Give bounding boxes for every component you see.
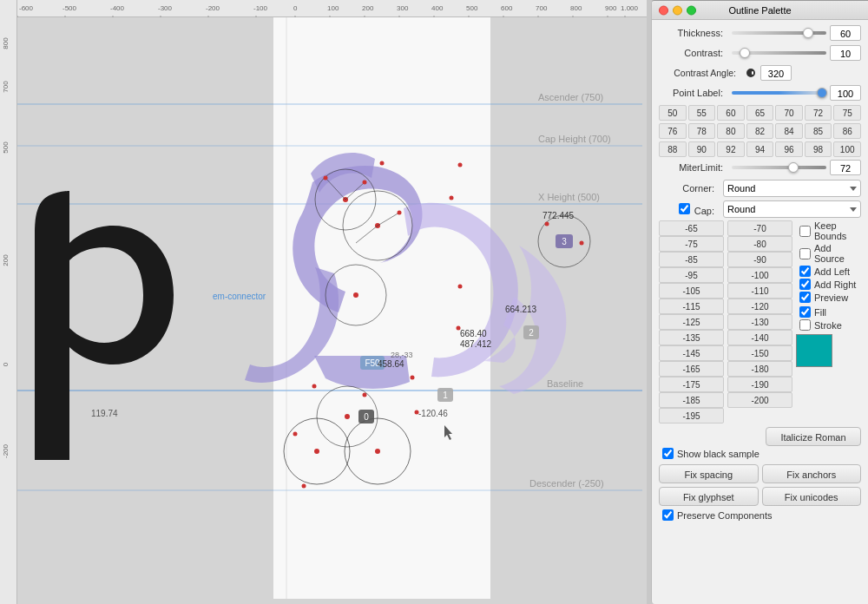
stroke-label: Stroke (814, 320, 842, 331)
svg-text:772.445: 772.445 (542, 211, 575, 220)
num-78[interactable]: 78 (688, 123, 716, 139)
num-86[interactable]: 86 (833, 123, 861, 139)
fix-unicodes-button[interactable]: Fix unicodes (762, 487, 862, 506)
contrast-angle-value[interactable]: 320 (760, 65, 792, 81)
num-88[interactable]: 88 (659, 141, 687, 157)
num-neg100[interactable]: -100 (727, 267, 792, 283)
num-neg195[interactable]: -195 (659, 408, 724, 423)
num-neg75[interactable]: -75 (659, 236, 724, 252)
cap-select[interactable]: Round Square Butt (723, 200, 861, 218)
svg-text:X Height (500): X Height (500) (538, 192, 600, 202)
cap-checkbox[interactable] (679, 203, 690, 214)
num-neg95[interactable]: -95 (659, 267, 724, 283)
minimize-button[interactable] (673, 5, 682, 15)
contrast-angle-label: Contrast Angle: (659, 68, 741, 78)
num-neg125[interactable]: -125 (659, 314, 724, 330)
num-neg110[interactable]: -110 (727, 283, 792, 299)
num-82[interactable]: 82 (746, 123, 774, 139)
num-neg150[interactable]: -150 (727, 345, 792, 361)
ruler-left: 800 700 500 200 0 -200 (0, 0, 17, 604)
num-neg185[interactable]: -185 (659, 392, 724, 408)
italicize-button[interactable]: Italicize Roman (766, 427, 861, 446)
add-right-checkbox[interactable] (799, 279, 811, 290)
num-neg190[interactable]: -190 (727, 377, 792, 392)
num-72[interactable]: 72 (805, 105, 832, 121)
add-source-checkbox[interactable] (799, 248, 811, 259)
num-neg140[interactable]: -140 (727, 330, 792, 345)
miter-limit-label: MiterLimit: (659, 162, 728, 173)
thickness-thumb[interactable] (803, 28, 813, 38)
num-55[interactable]: 55 (688, 105, 716, 121)
svg-text:100: 100 (327, 4, 339, 12)
fill-checkbox[interactable] (799, 306, 811, 318)
svg-text:1.000: 1.000 (621, 4, 639, 12)
num-neg180[interactable]: -180 (727, 361, 792, 377)
num-neg85[interactable]: -85 (659, 252, 724, 267)
num-neg130[interactable]: -130 (727, 314, 792, 330)
miter-limit-thumb[interactable] (788, 162, 799, 173)
contrast-thumb[interactable] (740, 48, 750, 58)
num-84[interactable]: 84 (775, 123, 803, 139)
num-75[interactable]: 75 (833, 105, 861, 121)
keep-bounds-checkbox[interactable] (799, 226, 811, 237)
num-neg135[interactable]: -135 (659, 330, 724, 345)
svg-text:700: 700 (536, 4, 548, 12)
num-neg70[interactable]: -70 (727, 220, 792, 236)
fix-spacing-button[interactable]: Fix spacing (659, 464, 759, 483)
thickness-value[interactable]: 60 (830, 25, 861, 41)
svg-point-91 (363, 393, 367, 397)
num-neg105[interactable]: -105 (659, 283, 724, 299)
miter-limit-row: MiterLimit: 72 (659, 160, 861, 175)
num-neg90[interactable]: -90 (727, 252, 792, 267)
miter-limit-value[interactable]: 72 (830, 160, 861, 175)
num-neg115[interactable]: -115 (659, 299, 724, 314)
preview-checkbox[interactable] (799, 292, 811, 303)
svg-point-89 (411, 376, 415, 380)
num-neg145[interactable]: -145 (659, 345, 724, 361)
num-70[interactable]: 70 (775, 105, 803, 121)
point-label-value[interactable]: 100 (830, 85, 861, 101)
num-60[interactable]: 60 (717, 105, 745, 121)
num-neg175[interactable]: -175 (659, 377, 724, 392)
stroke-checkbox[interactable] (799, 319, 811, 331)
svg-text:em-connector: em-connector (213, 292, 266, 301)
point-label-thumb[interactable] (817, 88, 827, 98)
num-neg120[interactable]: -120 (727, 299, 792, 314)
svg-point-63 (345, 414, 350, 419)
svg-text:-500: -500 (62, 4, 77, 12)
add-right-label: Add Right (814, 279, 856, 290)
svg-text:-300: -300 (158, 4, 173, 12)
num-76[interactable]: 76 (659, 123, 687, 139)
fix-anchors-button[interactable]: Fix anchors (762, 464, 862, 483)
contrast-value[interactable]: 10 (830, 45, 861, 61)
fix-glyphset-button[interactable]: Fix glyphset (659, 487, 759, 506)
fill-color-preview[interactable] (796, 334, 832, 367)
num-90[interactable]: 90 (688, 141, 716, 157)
num-80[interactable]: 80 (717, 123, 745, 139)
num-neg80[interactable]: -80 (727, 236, 792, 252)
num-100[interactable]: 100 (833, 141, 861, 157)
ruler-left-svg: 800 700 500 200 0 -200 (0, 17, 17, 604)
num-92[interactable]: 92 (717, 141, 745, 157)
preserve-checkbox[interactable] (662, 509, 674, 521)
num-94[interactable]: 94 (746, 141, 774, 157)
svg-point-88 (458, 285, 463, 289)
num-50[interactable]: 50 (659, 105, 687, 121)
close-button[interactable] (659, 5, 668, 15)
svg-point-85 (545, 222, 549, 226)
num-neg165[interactable]: -165 (659, 361, 724, 377)
corner-select[interactable]: Round Miter Bevel (723, 180, 861, 197)
num-96[interactable]: 96 (775, 141, 803, 157)
zoom-button[interactable] (687, 5, 696, 15)
num-98[interactable]: 98 (805, 141, 832, 157)
show-black-label: Show black sample (677, 449, 760, 459)
svg-text:Baseline: Baseline (547, 378, 583, 389)
add-left-checkbox[interactable] (799, 266, 811, 277)
stroke-check: Stroke (796, 319, 861, 331)
num-neg200[interactable]: -200 (727, 392, 792, 408)
svg-text:0: 0 (2, 362, 10, 366)
num-neg65[interactable]: -65 (659, 220, 724, 236)
num-85[interactable]: 85 (805, 123, 832, 139)
num-65[interactable]: 65 (746, 105, 774, 121)
show-black-checkbox[interactable] (662, 448, 674, 459)
